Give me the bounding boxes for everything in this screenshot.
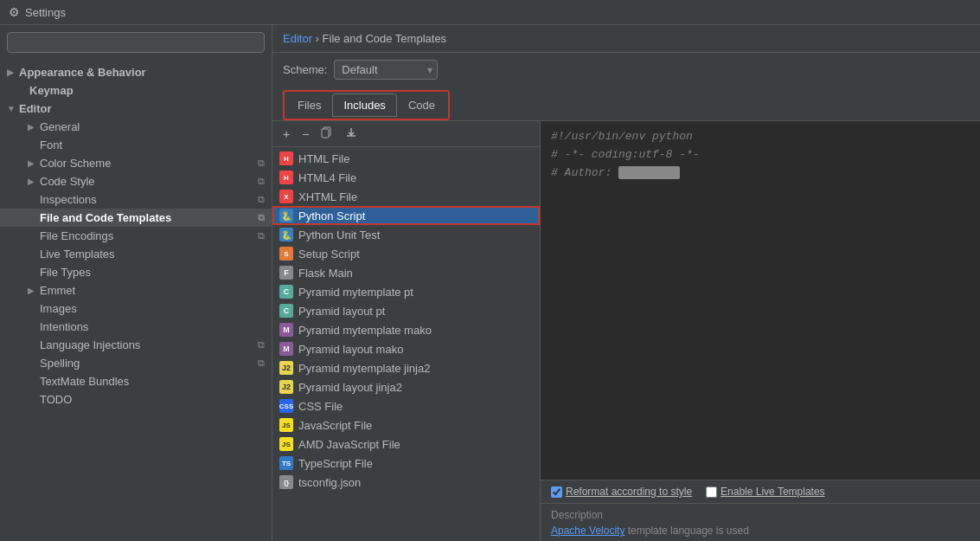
file-item-pyramid-layout-pt[interactable]: C Pyramid layout pt [272, 301, 540, 320]
file-item-xhtml-file[interactable]: X XHTML File [272, 187, 540, 206]
sidebar-item-font[interactable]: Font [0, 136, 272, 154]
breadcrumb-editor[interactable]: Editor [283, 32, 312, 45]
expand-arrow: ▶ [28, 122, 36, 132]
sidebar-item-editor[interactable]: ▼ Editor [0, 100, 272, 118]
pyramid-mytemplate-jinja2-icon: J2 [279, 361, 293, 375]
sidebar-label: Editor [19, 102, 52, 115]
sidebar-item-appearance[interactable]: ▶ Appearance & Behavior [0, 63, 272, 81]
description-content: Apache Velocity template language is use… [551, 525, 970, 537]
expand-arrow: ▼ [7, 104, 16, 113]
expand-arrow [28, 267, 36, 277]
search-input[interactable] [7, 32, 265, 53]
live-templates-checkbox[interactable] [706, 486, 717, 498]
file-list-panel: + − [272, 121, 541, 541]
scheme-select[interactable]: Default Project [334, 60, 438, 80]
copy-file-button[interactable] [317, 125, 336, 143]
scheme-select-wrap: Default Project [334, 60, 438, 80]
expand-arrow [17, 86, 26, 95]
sidebar-item-emmet[interactable]: ▶ Emmet [0, 281, 272, 299]
file-item-flask-main[interactable]: F Flask Main [272, 263, 540, 282]
sidebar-item-general[interactable]: ▶ General [0, 118, 272, 136]
expand-arrow: ▶ [7, 68, 16, 77]
file-item-setup-script[interactable]: S Setup Script [272, 244, 540, 263]
sidebar-label: Intentions [40, 320, 88, 333]
css-file-icon: CSS [279, 399, 293, 413]
settings-dialog: ▶ Appearance & Behavior Keymap ▼ Editor … [0, 25, 980, 541]
file-label: JavaScript File [298, 419, 372, 432]
expand-arrow [28, 140, 36, 150]
sidebar-item-inspections[interactable]: Inspections ⧉ [0, 190, 272, 209]
file-label: HTML File [298, 152, 349, 165]
scheme-label: Scheme: [283, 63, 327, 76]
reformat-checkbox[interactable] [551, 486, 562, 498]
expand-arrow: ▶ [28, 158, 36, 168]
file-item-typescript-file[interactable]: TS TypeScript File [272, 454, 540, 473]
file-label: XHTML File [298, 190, 357, 203]
file-label: Pyramid layout mako [298, 343, 403, 356]
sidebar-label: Keymap [29, 84, 74, 97]
sidebar-item-textmate-bundles[interactable]: TextMate Bundles [0, 372, 272, 390]
file-label: Python Script [298, 209, 365, 222]
javascript-file-icon: JS [279, 418, 293, 432]
code-panel: #!/usr/bin/env python # -*- coding:utf-8… [541, 121, 980, 541]
sidebar-item-file-types[interactable]: File Types [0, 263, 272, 281]
add-button[interactable]: + [279, 126, 293, 143]
settings-icon: ⚙ [9, 5, 20, 19]
sidebar-item-file-encodings[interactable]: File Encodings ⧉ [0, 227, 272, 245]
file-item-python-unit-test[interactable]: 🐍 Python Unit Test [272, 225, 540, 244]
sidebar-item-language-injections[interactable]: Language Injections ⧉ [0, 336, 272, 354]
sidebar-item-color-scheme[interactable]: ▶ Color Scheme ⧉ [0, 154, 272, 172]
sidebar-item-keymap[interactable]: Keymap [0, 81, 272, 100]
file-label: Setup Script [298, 248, 360, 261]
description-rest: template language is used [628, 525, 749, 537]
expand-arrow [28, 340, 36, 350]
python-unit-test-icon: 🐍 [279, 228, 293, 242]
tab-includes[interactable]: Includes [332, 93, 396, 117]
file-item-pyramid-layout-mako[interactable]: M Pyramid layout mako [272, 339, 540, 358]
file-item-amd-javascript-file[interactable]: JS AMD JavaScript File [272, 435, 540, 454]
sidebar-item-intentions[interactable]: Intentions [0, 318, 272, 336]
file-item-html-file[interactable]: H HTML File [272, 149, 540, 168]
expand-arrow [28, 249, 36, 259]
file-item-pyramid-layout-jinja2[interactable]: J2 Pyramid layout jinja2 [272, 377, 540, 396]
download-button[interactable] [342, 125, 361, 143]
tab-files[interactable]: Files [286, 93, 332, 117]
tabs-bar: Files Includes Code [272, 87, 980, 121]
sidebar-item-images[interactable]: Images [0, 299, 272, 318]
sidebar: ▶ Appearance & Behavior Keymap ▼ Editor … [0, 25, 272, 541]
file-item-pyramid-mytemplate-pt[interactable]: C Pyramid mytemplate pt [272, 282, 540, 301]
file-item-css-file[interactable]: CSS CSS File [272, 396, 540, 415]
file-item-pyramid-mytemplate-jinja2[interactable]: J2 Pyramid mytemplate jinja2 [272, 358, 540, 377]
file-item-python-script[interactable]: 🐍 Python Script [272, 206, 540, 225]
description-panel: Description Apache Velocity template lan… [541, 503, 980, 541]
apache-velocity-link[interactable]: Apache Velocity [551, 525, 625, 537]
sidebar-item-file-and-code-templates[interactable]: File and Code Templates ⧉ [0, 209, 272, 227]
file-label: Pyramid mytemplate pt [298, 286, 413, 299]
expand-arrow [28, 304, 36, 313]
download-icon [345, 126, 357, 138]
file-item-pyramid-mytemplate-mako[interactable]: M Pyramid mytemplate mako [272, 320, 540, 339]
blurred-author: ████ [618, 166, 680, 179]
sidebar-item-todo[interactable]: TODO [0, 390, 272, 409]
file-label: HTML4 File [298, 171, 356, 184]
live-templates-label[interactable]: Enable Live Templates [721, 486, 825, 498]
setup-script-icon: S [279, 247, 293, 261]
code-editor[interactable]: #!/usr/bin/env python # -*- coding:utf-8… [541, 121, 980, 480]
html4-file-icon: H [279, 171, 293, 184]
code-line-shebang: #!/usr/bin/env python [551, 128, 970, 146]
sidebar-item-spelling[interactable]: Spelling ⧉ [0, 354, 272, 372]
file-item-tsconfig-json[interactable]: {} tsconfig.json [272, 473, 540, 492]
html-file-icon: H [279, 151, 293, 165]
reformat-label[interactable]: Reformat according to style [566, 486, 692, 498]
file-label: Pyramid mytemplate mako [298, 324, 432, 337]
sidebar-item-code-style[interactable]: ▶ Code Style ⧉ [0, 172, 272, 190]
file-item-html4-file[interactable]: H HTML4 File [272, 168, 540, 187]
sidebar-label: TextMate Bundles [40, 375, 129, 388]
sidebar-item-live-templates[interactable]: Live Templates [0, 245, 272, 263]
remove-button[interactable]: − [298, 126, 312, 143]
scheme-row: Scheme: Default Project [272, 53, 980, 87]
content-area: + − [272, 121, 980, 541]
tab-code[interactable]: Code [397, 93, 446, 117]
sidebar-tree: ▶ Appearance & Behavior Keymap ▼ Editor … [0, 60, 272, 541]
file-item-javascript-file[interactable]: JS JavaScript File [272, 415, 540, 435]
